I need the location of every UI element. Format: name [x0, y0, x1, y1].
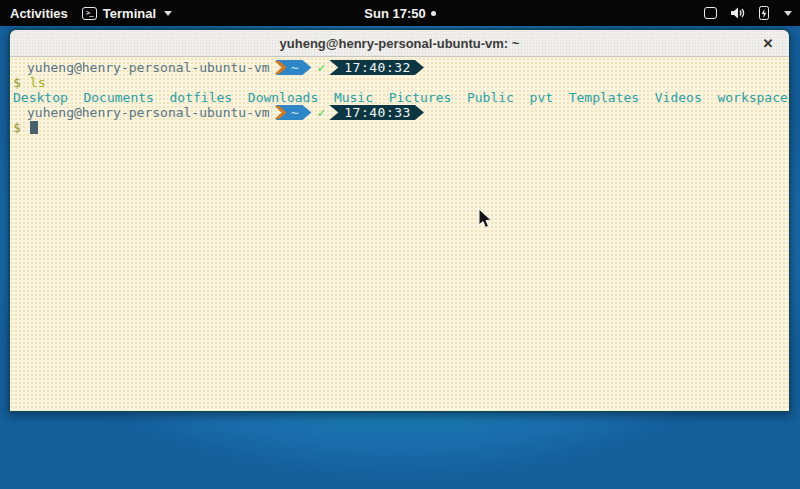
- prompt-user-host: yuheng@henry-personal-ubuntu-vm: [27, 60, 270, 75]
- prompt-path-segment: ~: [276, 60, 312, 75]
- ls-output-line: Desktop Documents dotfiles Downloads Mus…: [13, 90, 789, 105]
- powerline-segment-group: ~ ✓ 17:40:32: [275, 60, 424, 75]
- input-line[interactable]: $: [13, 120, 789, 135]
- notification-dot: [431, 11, 436, 16]
- window-title: yuheng@henry-personal-ubuntu-vm: ~: [280, 36, 520, 51]
- typed-command: ls: [21, 75, 46, 90]
- prompt-time-segment: 17:40:33: [329, 105, 424, 120]
- clock-label[interactable]: Sun 17:50: [364, 6, 425, 21]
- command-line: $ ls: [13, 75, 789, 90]
- prompt-line: yuheng@henry-personal-ubuntu-vm ~ ✓ 17:4…: [13, 105, 789, 120]
- prompt-path-segment: ~: [276, 105, 312, 120]
- powerline-segment-group: ~ ✓ 17:40:33: [275, 105, 424, 120]
- prompt-symbol: $: [13, 75, 21, 90]
- status-check-icon: ✓: [317, 60, 325, 75]
- top-bar: Activities >_ Terminal Sun 17:50: [0, 0, 800, 26]
- system-menu-chevron-icon[interactable]: [784, 11, 792, 16]
- app-menu-terminal[interactable]: >_ Terminal: [82, 6, 172, 21]
- desktop-background: Activities >_ Terminal Sun 17:50: [0, 0, 800, 489]
- prompt-line: yuheng@henry-personal-ubuntu-vm ~ ✓ 17:4…: [13, 60, 789, 75]
- terminal-window: yuheng@henry-personal-ubuntu-vm: ~ ✕ yuh…: [8, 28, 791, 413]
- activities-button[interactable]: Activities: [10, 6, 68, 21]
- prompt-user-host: yuheng@henry-personal-ubuntu-vm: [27, 105, 270, 120]
- window-titlebar[interactable]: yuheng@henry-personal-ubuntu-vm: ~ ✕: [10, 30, 789, 57]
- mouse-pointer-icon: [478, 208, 492, 230]
- app-menu-label: Terminal: [103, 6, 156, 21]
- terminal-content[interactable]: yuheng@henry-personal-ubuntu-vm ~ ✓ 17:4…: [10, 57, 789, 411]
- close-icon[interactable]: ✕: [757, 30, 779, 57]
- directory-listing: Desktop Documents dotfiles Downloads Mus…: [13, 90, 788, 105]
- status-check-icon: ✓: [317, 105, 325, 120]
- network-icon[interactable]: [704, 7, 717, 19]
- chevron-down-icon: [164, 11, 172, 16]
- text-cursor: [30, 121, 38, 134]
- terminal-app-icon: >_: [82, 7, 97, 20]
- prompt-symbol: $: [13, 120, 21, 135]
- prompt-time-segment: 17:40:32: [329, 60, 424, 75]
- volume-icon[interactable]: [730, 6, 746, 20]
- battery-charging-icon[interactable]: [759, 6, 769, 20]
